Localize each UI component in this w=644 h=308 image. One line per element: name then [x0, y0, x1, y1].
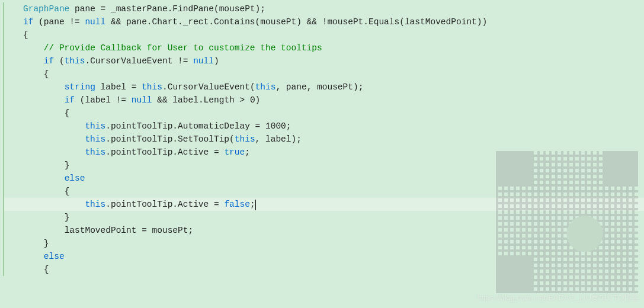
code-line: GraphPane pane = _masterPane.FindPane(mo…	[4, 2, 644, 15]
code-line: {	[4, 68, 644, 81]
code-line: // Provide Callback for User to customiz…	[4, 41, 644, 54]
code-line: string label = this.CursorValueEvent(thi…	[4, 81, 644, 94]
watermark-text: https://blog.csdn.net/BADAO_LIU@51CTO博客	[477, 291, 639, 304]
code-line: this.pointToolTip.SetToolTip(this, label…	[4, 133, 644, 146]
code-line: {	[4, 107, 644, 120]
code-line: this.pointToolTip.AutomaticDelay = 1000;	[4, 120, 644, 133]
code-line: {	[4, 28, 644, 41]
code-line: if (label != null && label.Length > 0)	[4, 94, 644, 107]
qr-code-watermark	[496, 151, 638, 293]
type-token: GraphPane	[23, 4, 69, 14]
text-cursor	[255, 200, 256, 210]
code-line: if (pane != null && pane.Chart._rect.Con…	[4, 15, 644, 28]
code-line: if (this.CursorValueEvent != null)	[4, 54, 644, 68]
comment-token: // Provide Callback for User to customiz…	[44, 43, 322, 53]
